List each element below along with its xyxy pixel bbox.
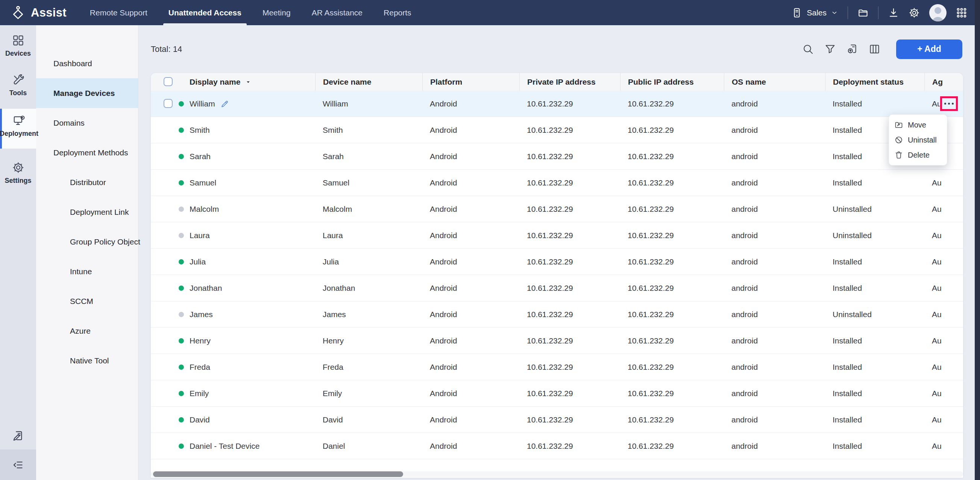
os-name-cell: android: [724, 257, 825, 266]
status-dot: [179, 365, 184, 370]
menu-label-move: Move: [908, 121, 926, 129]
private-ip-cell: 10.61.232.29: [519, 152, 620, 161]
sidebar-item-dashboard[interactable]: Dashboard: [36, 48, 138, 78]
rail-label-devices: Devices: [5, 49, 31, 57]
header-device-name[interactable]: Device name: [315, 73, 422, 91]
table-row[interactable]: David David Android 10.61.232.29 10.61.2…: [151, 407, 963, 433]
sidebar-item-domains[interactable]: Domains: [36, 108, 138, 138]
header-public-ip[interactable]: Public IP address: [620, 73, 724, 91]
folder-button[interactable]: [858, 7, 869, 18]
public-ip-cell: 10.61.232.29: [620, 336, 724, 345]
display-name-cell: Freda: [189, 363, 315, 372]
header-deployment-status[interactable]: Deployment status: [825, 73, 924, 91]
sidebar-item-deployment-methods[interactable]: Deployment Methods: [36, 138, 138, 167]
rail-item-devices[interactable]: Devices: [0, 34, 36, 57]
download-button[interactable]: [888, 7, 899, 18]
sidebar-item-native-tool[interactable]: Native Tool: [36, 346, 138, 375]
settings-button[interactable]: [908, 7, 920, 18]
horizontal-scrollbar-thumb[interactable]: [153, 471, 403, 477]
os-name-cell: android: [724, 126, 825, 135]
department-selector[interactable]: Sales: [791, 7, 838, 18]
feedback-note-button[interactable]: [0, 430, 36, 442]
sidebar-item-intune[interactable]: Intune: [36, 257, 138, 286]
sidebar-item-sccm[interactable]: SCCM: [36, 286, 138, 316]
download-icon: [888, 7, 899, 18]
table-row[interactable]: William William Android 10.61.232.29 10.…: [151, 91, 963, 117]
sidebar-item-manage-devices[interactable]: Manage Devices: [36, 78, 138, 108]
platform-cell: Android: [422, 284, 519, 293]
display-name-text: William: [189, 99, 215, 108]
avatar[interactable]: [929, 4, 947, 21]
public-ip-cell: 10.61.232.29: [620, 99, 724, 108]
display-name-text: Freda: [189, 363, 210, 372]
sidebar-item-deployment-link[interactable]: Deployment Link: [36, 197, 138, 227]
filter-icon: [824, 43, 836, 55]
sidebar-item-group-policy-object[interactable]: Group Policy Object: [36, 227, 138, 257]
device-name-cell: Julia: [315, 257, 422, 266]
table-row[interactable]: Sarah Sarah Android 10.61.232.29 10.61.2…: [151, 144, 963, 170]
avatar-head: [934, 7, 941, 14]
apps-grid-icon: [956, 7, 967, 18]
collapse-sidebar-button[interactable]: [0, 450, 36, 480]
rail-item-deployment[interactable]: Deployment: [0, 109, 36, 148]
row-select-cell: [151, 170, 189, 196]
platform-cell: Android: [422, 310, 519, 319]
header-os-name[interactable]: OS name: [724, 73, 825, 91]
nav-remote-support[interactable]: Remote Support: [80, 0, 158, 25]
more-actions-button[interactable]: [944, 103, 954, 105]
agent-version-cell: Au: [924, 336, 963, 345]
display-name-text: Emily: [189, 389, 209, 398]
public-ip-cell: 10.61.232.29: [620, 363, 724, 372]
select-all-checkbox[interactable]: [164, 77, 173, 86]
row-select-cell: [151, 275, 189, 301]
menu-item-move[interactable]: Move: [889, 117, 947, 132]
table-row[interactable]: James James Android 10.61.232.29 10.61.2…: [151, 301, 963, 328]
nav-unattended-access[interactable]: Unattended Access: [158, 0, 252, 25]
status-dot: [179, 154, 184, 159]
header-display-name[interactable]: Display name: [189, 73, 315, 91]
table-row[interactable]: Samuel Samuel Android 10.61.232.29 10.61…: [151, 170, 963, 196]
deployment-status-cell: Installed: [825, 442, 924, 451]
table-row[interactable]: Laura Laura Android 10.61.232.29 10.61.2…: [151, 222, 963, 249]
sidebar-item-distributor[interactable]: Distributor: [36, 167, 138, 197]
sort-caret-icon: [245, 79, 251, 85]
header-platform[interactable]: Platform: [422, 73, 519, 91]
header-private-ip[interactable]: Private IP address: [519, 73, 620, 91]
nav-meeting[interactable]: Meeting: [252, 0, 301, 25]
export-session-button[interactable]: [846, 43, 858, 55]
devices-table-card: Display name Device name Platform Privat…: [151, 73, 963, 478]
rail-item-settings[interactable]: Settings: [0, 161, 36, 185]
table-row[interactable]: Freda Freda Android 10.61.232.29 10.61.2…: [151, 354, 963, 380]
menu-item-delete[interactable]: Delete: [889, 147, 947, 163]
table-row[interactable]: Jonathan Jonathan Android 10.61.232.29 1…: [151, 275, 963, 301]
nav-ar-assistance[interactable]: AR Assistance: [301, 0, 373, 25]
nav-reports[interactable]: Reports: [373, 0, 422, 25]
private-ip-cell: 10.61.232.29: [519, 205, 620, 214]
public-ip-cell: 10.61.232.29: [620, 205, 724, 214]
collapse-menu-icon: [13, 459, 24, 470]
header-agent[interactable]: Ag: [924, 73, 963, 91]
column-chooser-button[interactable]: [869, 43, 880, 55]
table-row[interactable]: Julia Julia Android 10.61.232.29 10.61.2…: [151, 249, 963, 275]
table-row[interactable]: Smith Smith Android 10.61.232.29 10.61.2…: [151, 117, 963, 144]
agent-version-cell: Au: [924, 284, 963, 293]
apps-launcher-button[interactable]: [956, 7, 967, 18]
sidebar-item-azure[interactable]: Azure: [36, 316, 138, 346]
table-row[interactable]: Emily Emily Android 10.61.232.29 10.61.2…: [151, 380, 963, 407]
menu-item-uninstall[interactable]: Uninstall: [889, 132, 947, 147]
row-checkbox[interactable]: [164, 99, 173, 108]
app-brand[interactable]: Assist: [0, 5, 67, 21]
table-row[interactable]: Daniel - Test Device Daniel Android 10.6…: [151, 433, 963, 459]
edit-name-button[interactable]: [220, 99, 229, 108]
row-select-cell: [151, 354, 189, 380]
table-row[interactable]: Malcolm Malcolm Android 10.61.232.29 10.…: [151, 196, 963, 222]
divider: [848, 6, 848, 19]
add-device-button[interactable]: + Add: [896, 40, 963, 59]
rail-item-tools[interactable]: Tools: [0, 74, 36, 97]
device-name-cell: Jonathan: [315, 284, 422, 293]
sidebar-item-label: SCCM: [70, 297, 93, 306]
filter-button[interactable]: [824, 43, 836, 55]
search-button[interactable]: [802, 43, 814, 55]
table-row[interactable]: Henry Henry Android 10.61.232.29 10.61.2…: [151, 328, 963, 354]
annotation-box: [940, 96, 958, 111]
